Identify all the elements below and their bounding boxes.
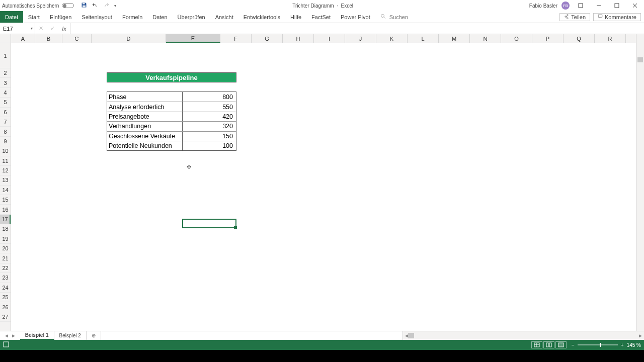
vertical-scrollbar-thumb[interactable] xyxy=(637,57,643,62)
row-header-7[interactable]: 7 xyxy=(0,117,11,127)
autosave-toggle[interactable] xyxy=(62,3,74,8)
sheet-tab[interactable]: Beispiel 2 xyxy=(54,331,87,340)
horizontal-scrollbar-thumb[interactable] xyxy=(408,333,414,338)
tab-file[interactable]: Datei xyxy=(0,11,23,23)
redo-icon[interactable] xyxy=(103,2,109,9)
col-header-G[interactable]: G xyxy=(252,34,283,43)
vertical-scrollbar[interactable] xyxy=(636,34,644,331)
row-header-4[interactable]: 4 xyxy=(0,88,11,98)
row-header-12[interactable]: 12 xyxy=(0,166,11,175)
table-row[interactable]: Verhandlungen320 xyxy=(107,121,236,131)
close-icon[interactable] xyxy=(628,1,642,10)
table-cell-label[interactable]: Potentielle Neukunden xyxy=(107,141,183,150)
name-box[interactable]: E17 ▾ xyxy=(0,23,35,34)
row-header-1[interactable]: 1 xyxy=(0,43,11,68)
spreadsheet-grid[interactable]: ABCDEFGHIJKLMNOPQR 123456789101112131415… xyxy=(0,34,644,331)
row-header-3[interactable]: 3 xyxy=(0,78,11,87)
table-cell-label[interactable]: Preisangebote xyxy=(107,112,183,121)
col-header-J[interactable]: J xyxy=(345,34,376,43)
add-sheet-button[interactable]: ⊕ xyxy=(87,331,101,340)
tab-ansicht[interactable]: Ansicht xyxy=(210,11,238,23)
row-header-24[interactable]: 24 xyxy=(0,283,11,293)
zoom-control[interactable]: − + 145 % xyxy=(572,342,641,348)
col-header-Q[interactable]: Q xyxy=(564,34,595,43)
table-row[interactable]: Geschlossene Verkäufe150 xyxy=(107,131,236,141)
col-header-F[interactable]: F xyxy=(220,34,252,43)
hscroll-right-icon[interactable]: ► xyxy=(638,333,643,338)
col-header-P[interactable]: P xyxy=(532,34,564,43)
tab-hilfe[interactable]: Hilfe xyxy=(285,11,306,23)
col-header-C[interactable]: C xyxy=(62,34,92,43)
sheet-tab[interactable]: Beispiel 1 xyxy=(20,331,54,340)
maximize-icon[interactable] xyxy=(610,1,624,10)
column-headers[interactable]: ABCDEFGHIJKLMNOPQR xyxy=(11,34,636,43)
sheet-nav[interactable]: ◄ ► xyxy=(0,331,20,340)
minimize-icon[interactable] xyxy=(592,1,606,10)
table-cell-label[interactable]: Phase xyxy=(107,92,183,102)
table-cell-value[interactable]: 320 xyxy=(183,122,236,131)
zoom-out-icon[interactable]: − xyxy=(572,342,575,348)
row-header-26[interactable]: 26 xyxy=(0,302,11,312)
zoom-slider-thumb[interactable] xyxy=(600,343,601,347)
row-header-14[interactable]: 14 xyxy=(0,186,11,195)
table-cell-value[interactable]: 420 xyxy=(183,112,236,121)
namebox-dropdown-icon[interactable]: ▾ xyxy=(31,26,33,31)
search-input[interactable] xyxy=(389,14,430,20)
table-row[interactable]: Analyse erforderlich550 xyxy=(107,102,236,111)
row-header-8[interactable]: 8 xyxy=(0,127,11,136)
tab-entwicklertools[interactable]: Entwicklertools xyxy=(238,11,285,23)
col-header-L[interactable]: L xyxy=(408,34,439,43)
table-row[interactable]: Potentielle Neukunden100 xyxy=(107,141,236,150)
table-cell-value[interactable]: 100 xyxy=(183,141,236,150)
avatar[interactable]: FB xyxy=(561,2,570,10)
col-header-A[interactable]: A xyxy=(11,34,35,43)
tab-factset[interactable]: FactSet xyxy=(306,11,336,23)
normal-view-icon[interactable] xyxy=(531,341,542,348)
tab-überprüfen[interactable]: Überprüfen xyxy=(173,11,210,23)
row-header-13[interactable]: 13 xyxy=(0,175,11,185)
table-cell-value[interactable]: 550 xyxy=(183,102,236,111)
row-header-20[interactable]: 20 xyxy=(0,244,11,253)
ribbon-display-icon[interactable] xyxy=(574,1,588,10)
row-header-16[interactable]: 16 xyxy=(0,205,11,214)
sheet-next-icon[interactable]: ► xyxy=(11,333,16,338)
row-headers[interactable]: 1234567891011121314151617181920212223242… xyxy=(0,43,11,331)
tab-start[interactable]: Start xyxy=(23,11,45,23)
table-row[interactable]: Preisangebote420 xyxy=(107,112,236,121)
col-header-B[interactable]: B xyxy=(35,34,62,43)
row-header-6[interactable]: 6 xyxy=(0,108,11,117)
formula-input[interactable] xyxy=(70,23,644,34)
comments-button[interactable]: Kommentare xyxy=(593,13,641,21)
row-header-15[interactable]: 15 xyxy=(0,195,11,205)
table-cell-label[interactable]: Analyse erforderlich xyxy=(107,102,183,111)
row-header-9[interactable]: 9 xyxy=(0,137,11,146)
row-header-23[interactable]: 23 xyxy=(0,273,11,283)
cells-area[interactable]: Verkaufspipeline Phase800Analyse erforde… xyxy=(11,43,636,331)
row-header-18[interactable]: 18 xyxy=(0,224,11,234)
col-header-E[interactable]: E xyxy=(166,34,220,43)
horizontal-scrollbar[interactable]: ◄ ► xyxy=(403,331,644,340)
share-button[interactable]: Teilen xyxy=(559,13,590,21)
save-icon[interactable] xyxy=(81,2,87,9)
col-header-M[interactable]: M xyxy=(439,34,470,43)
col-header-K[interactable]: K xyxy=(376,34,408,43)
row-header-22[interactable]: 22 xyxy=(0,263,11,273)
col-header-R[interactable]: R xyxy=(595,34,626,43)
pipeline-table[interactable]: Phase800Analyse erforderlich550Preisange… xyxy=(107,92,236,151)
tell-me-search[interactable] xyxy=(380,11,430,23)
table-cell-value[interactable]: 150 xyxy=(183,132,236,141)
table-row[interactable]: Phase800 xyxy=(107,92,236,102)
fx-icon[interactable]: fx xyxy=(62,26,66,32)
tab-daten[interactable]: Daten xyxy=(147,11,172,23)
row-header-10[interactable]: 10 xyxy=(0,146,11,156)
record-macro-icon[interactable] xyxy=(3,341,9,348)
tab-formeln[interactable]: Formeln xyxy=(117,11,147,23)
col-header-O[interactable]: O xyxy=(501,34,532,43)
col-header-D[interactable]: D xyxy=(92,34,166,43)
tab-seitenlayout[interactable]: Seitenlayout xyxy=(76,11,117,23)
row-header-21[interactable]: 21 xyxy=(0,253,11,263)
zoom-slider[interactable] xyxy=(578,344,618,345)
select-all-corner[interactable] xyxy=(0,34,11,43)
row-header-25[interactable]: 25 xyxy=(0,293,11,302)
row-header-11[interactable]: 11 xyxy=(0,156,11,166)
